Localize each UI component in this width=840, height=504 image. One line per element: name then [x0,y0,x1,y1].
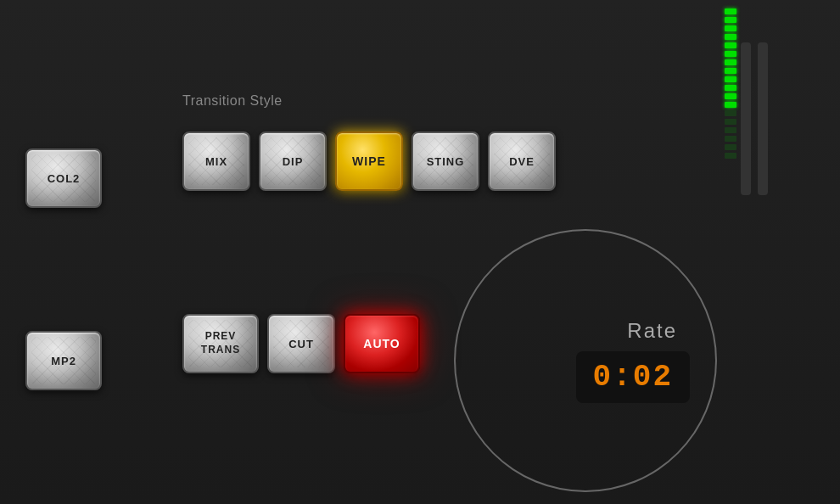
vu-segment [725,25,736,31]
col2-button[interactable]: COL2 [25,148,102,208]
cut-button[interactable]: CUT [267,314,335,373]
rate-label: Rate [627,319,690,343]
auto-button[interactable]: AUTO [344,314,420,373]
vu-segment [725,119,736,125]
rate-display-box: 0:02 [576,351,690,403]
fader-slider-2[interactable] [758,42,768,195]
wipe-button[interactable]: WIPE [335,132,403,191]
vu-segment [725,136,736,142]
rate-overlay: Rate 0:02 [454,229,717,492]
bottom-buttons-row: PREV TRANS CUT AUTO [182,314,420,373]
vu-meter [723,0,738,238]
vu-segment [725,93,736,99]
vu-segment [725,59,736,65]
transition-buttons-row: MIX DIP WIPE STING DVE [182,132,556,191]
vu-segment [725,110,736,116]
main-panel: Transition Style COL2 MP2 MIX DIP WIPE S… [0,0,840,504]
vu-segment [725,8,736,14]
fader-slider[interactable] [741,42,751,195]
vu-segment [725,85,736,91]
vu-segment [725,34,736,40]
vu-segment [725,153,736,159]
vu-segment [725,51,736,57]
vu-segment [725,76,736,82]
sting-button[interactable]: STING [412,132,479,191]
dip-button[interactable]: DIP [259,132,327,191]
vu-segment [725,42,736,48]
vu-segment [725,68,736,74]
dve-button[interactable]: DVE [488,132,556,191]
vu-segment [725,144,736,150]
vu-segment [725,17,736,23]
mp2-button[interactable]: MP2 [25,331,102,390]
transition-style-label: Transition Style [182,93,283,109]
mix-button[interactable]: MIX [182,132,250,191]
vu-segment [725,102,736,108]
prev-trans-button[interactable]: PREV TRANS [182,314,259,373]
rate-value: 0:02 [593,360,673,395]
vu-segment [725,127,736,133]
